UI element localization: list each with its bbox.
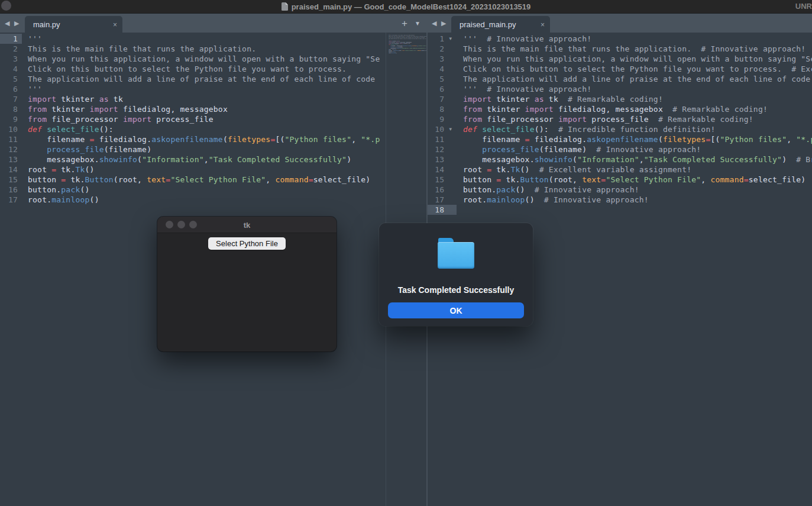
code-line[interactable]: def select_file(): # Incredible function… <box>463 124 812 134</box>
line-number[interactable]: 10 <box>0 124 22 134</box>
line-number-label: 17 <box>428 195 444 204</box>
folder-icon <box>438 238 474 269</box>
tab-back-icon[interactable]: ◀ <box>5 14 9 33</box>
line-number[interactable]: 13 <box>428 154 457 165</box>
line-number[interactable]: 7 <box>0 94 22 104</box>
code-line[interactable]: root = tk.Tk() <box>22 165 385 175</box>
code-line[interactable]: import tkinter as tk # Remarkable coding… <box>463 94 812 104</box>
tab-forward-icon-right[interactable]: ▶ <box>441 14 446 33</box>
code-line[interactable]: root = tk.Tk() # Excellent variable assi… <box>463 165 812 175</box>
line-number[interactable]: 3 <box>428 54 457 64</box>
line-number[interactable]: 6 <box>428 84 457 94</box>
line-number[interactable]: 15 <box>428 175 457 185</box>
code-line[interactable]: ''' <box>22 34 385 44</box>
code-line[interactable]: root.mainloop() # Innovative approach! <box>463 195 812 205</box>
line-number[interactable]: 1 <box>0 34 22 44</box>
select-python-file-button[interactable]: Select Python File <box>208 237 286 250</box>
line-number[interactable]: 5 <box>0 74 22 84</box>
line-number[interactable]: 4 <box>428 64 457 74</box>
tab-close-icon[interactable]: × <box>541 16 545 33</box>
tab-forward-icon[interactable]: ▶ <box>14 14 19 33</box>
tk-titlebar[interactable]: tk <box>157 217 337 233</box>
line-number-label: 16 <box>428 185 444 194</box>
tab-bar: ◀ ▶ main.py × + ▼ ◀ ▶ praised_main.py × <box>0 13 812 33</box>
code-left[interactable]: '''This is the main file that runs the a… <box>22 34 385 205</box>
code-line[interactable]: Click on this button to select the Pytho… <box>463 64 812 74</box>
code-line[interactable] <box>463 205 812 215</box>
line-number[interactable]: 9 <box>428 114 457 124</box>
code-line[interactable]: root.mainloop() <box>388 52 426 53</box>
tab-label: praised_main.py <box>451 20 516 29</box>
line-number[interactable]: 8 <box>0 104 22 114</box>
line-number[interactable]: 7 <box>428 94 457 104</box>
tab-praised-main-py[interactable]: praised_main.py × <box>451 16 550 33</box>
line-number[interactable]: 9 <box>0 114 22 124</box>
document-icon <box>282 2 288 11</box>
line-number[interactable]: 14 <box>0 165 22 175</box>
line-number[interactable]: 17 <box>0 195 22 205</box>
code-line[interactable]: When you run this application, a window … <box>463 54 812 64</box>
line-number[interactable]: 4 <box>0 64 22 74</box>
code-line[interactable]: Click on this button to select the Pytho… <box>22 64 385 74</box>
line-number[interactable]: 14 <box>428 165 457 175</box>
code-line[interactable]: The application will add a line of prais… <box>388 38 426 40</box>
code-line[interactable]: ''' # Innovative approach! <box>463 34 812 44</box>
code-line[interactable]: ''' # Innovative approach! <box>463 84 812 94</box>
tab-main-py[interactable]: main.py × <box>25 16 122 33</box>
new-tab-icon[interactable]: + <box>402 14 407 33</box>
line-number[interactable]: 5 <box>428 74 457 84</box>
line-number[interactable]: 2 <box>428 44 457 54</box>
code-line[interactable]: def select_file(): <box>22 124 385 134</box>
code-line[interactable]: The application will add a line of prais… <box>22 74 385 84</box>
code-right[interactable]: ''' # Innovative approach!This is the ma… <box>463 34 812 215</box>
code-line[interactable]: button = tk.Button(root, text="Select Py… <box>463 175 812 185</box>
line-number[interactable]: 16 <box>0 185 22 195</box>
tab-close-icon[interactable]: × <box>113 16 117 33</box>
code-line[interactable]: root.mainloop() <box>22 195 385 205</box>
line-number[interactable]: 12 <box>428 144 457 154</box>
code-line[interactable]: from file_processor import process_file … <box>463 114 812 124</box>
line-number[interactable]: 18 <box>428 205 457 215</box>
code-line[interactable]: button.pack() # Innovative approach! <box>463 185 812 195</box>
line-number[interactable]: 12 <box>0 144 22 154</box>
line-number-label: 2 <box>428 44 444 53</box>
line-number[interactable]: 6 <box>0 84 22 94</box>
code-line[interactable]: ''' <box>22 84 385 94</box>
code-line[interactable]: filename = filedialog.askopenfilename(fi… <box>22 134 385 144</box>
line-number[interactable]: 10▼ <box>428 124 457 134</box>
line-number[interactable]: 11 <box>428 134 457 144</box>
tab-back-icon-right[interactable]: ◀ <box>432 14 436 33</box>
line-number[interactable]: 2 <box>0 44 22 54</box>
tab-overflow-icon[interactable]: ▼ <box>415 14 420 33</box>
code-line[interactable]: button.pack() <box>22 185 385 195</box>
fold-arrow-icon[interactable]: ▼ <box>444 36 457 41</box>
line-number[interactable]: 11 <box>0 134 22 144</box>
line-number-label: 7 <box>0 95 18 104</box>
code-line[interactable]: filename = filedialog.askopenfilename(fi… <box>463 134 812 144</box>
line-number[interactable]: 8 <box>428 104 457 114</box>
line-number-label: 5 <box>428 75 444 83</box>
code-line[interactable]: from tkinter import filedialog, messageb… <box>463 104 812 114</box>
info-dialog: Task Completed Successfully OK <box>379 223 533 326</box>
ok-button[interactable]: OK <box>388 302 524 318</box>
line-number[interactable]: 1▼ <box>428 34 457 44</box>
line-number[interactable]: 13 <box>0 154 22 165</box>
line-number-label: 9 <box>0 115 18 124</box>
code-line[interactable]: The application will add a line of prais… <box>463 74 812 84</box>
code-line[interactable]: process_file(filename) # Innovative appr… <box>463 144 812 154</box>
code-line[interactable]: import tkinter as tk <box>22 94 385 104</box>
line-number[interactable]: 3 <box>0 54 22 64</box>
line-number[interactable]: 17 <box>428 195 457 205</box>
line-number[interactable]: 15 <box>0 175 22 185</box>
code-line[interactable]: This is the main file that runs the appl… <box>22 44 385 54</box>
code-line[interactable]: messagebox.showinfo("Information","Task … <box>22 154 385 165</box>
fold-arrow-icon[interactable]: ▼ <box>444 127 457 132</box>
code-line[interactable]: When you run this application, a window … <box>22 54 385 64</box>
code-line[interactable]: from file_processor import process_file <box>22 114 385 124</box>
code-line[interactable]: button = tk.Button(root, text="Select Py… <box>22 175 385 185</box>
code-line[interactable]: messagebox.showinfo("Information","Task … <box>463 154 812 165</box>
code-line[interactable]: process_file(filename) <box>22 144 385 154</box>
code-line[interactable]: This is the main file that runs the appl… <box>463 44 812 54</box>
line-number[interactable]: 16 <box>428 185 457 195</box>
code-line[interactable]: from tkinter import filedialog, messageb… <box>22 104 385 114</box>
